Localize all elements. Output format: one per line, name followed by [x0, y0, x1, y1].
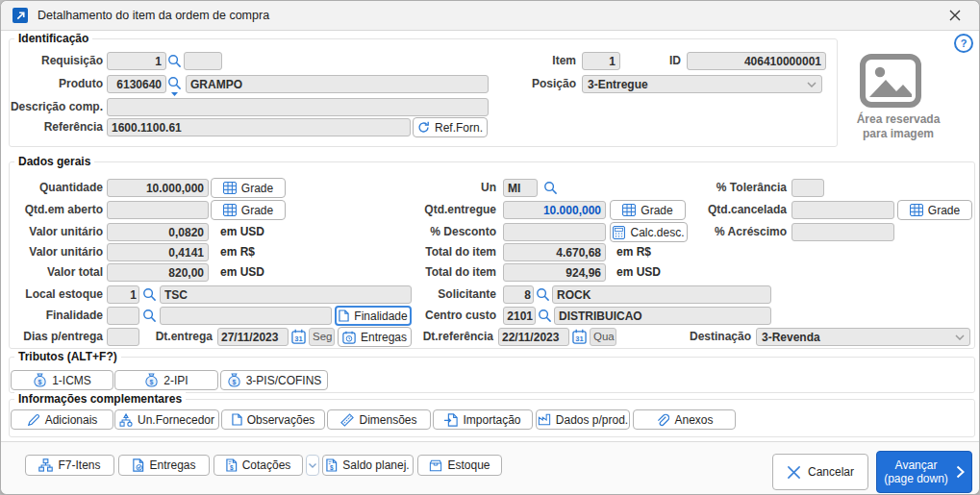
qtd-aberto-field[interactable] — [107, 201, 209, 219]
un-field[interactable] — [503, 179, 538, 197]
entregas-footer-button[interactable]: Entregas — [118, 455, 210, 476]
factory-icon — [538, 413, 551, 426]
document-dollar-icon: $ — [226, 458, 238, 472]
observacoes-button[interactable]: Observações — [221, 409, 325, 430]
item-label: Item — [540, 52, 576, 70]
qtd-aberto-grade-button[interactable]: Grade — [211, 200, 286, 220]
dados-prod-button[interactable]: Dados p/prod. — [536, 409, 630, 430]
importacao-button[interactable]: Importação — [433, 409, 533, 430]
close-icon[interactable] — [948, 9, 962, 22]
svg-text:$: $ — [232, 379, 236, 386]
tolerancia-label: % Tolerância — [676, 179, 787, 197]
qtd-entregue-grade-button[interactable]: Grade — [610, 200, 686, 220]
centro-custo-desc-field[interactable] — [554, 307, 771, 325]
finalidade-code-field[interactable] — [107, 307, 139, 325]
dt-entrega-field[interactable] — [217, 328, 289, 346]
chevron-down-icon — [955, 334, 965, 340]
grade-icon — [622, 204, 636, 216]
centro-custo-search-icon[interactable] — [538, 309, 552, 323]
local-estoque-code-field[interactable] — [107, 285, 139, 304]
valor-unit-brl-field[interactable] — [107, 243, 209, 261]
produto-desc-field[interactable] — [186, 75, 489, 93]
valor-total-label: Valor total — [3, 263, 103, 282]
svg-text:$: $ — [38, 379, 42, 386]
qtd-cancelada-grade-button[interactable]: Grade — [897, 200, 972, 220]
produto-search-caret-icon[interactable] — [171, 92, 178, 96]
posicao-label: Posição — [520, 75, 576, 93]
chevron-down-icon — [807, 82, 817, 87]
un-search-icon[interactable] — [543, 181, 558, 195]
destinacao-select[interactable]: 3-Revenda — [756, 328, 970, 346]
svg-text:31: 31 — [294, 334, 302, 343]
valor-unit-usd-label: Valor unitário — [3, 223, 103, 241]
advance-button[interactable]: Avançar (page down) — [876, 451, 972, 493]
posicao-select[interactable]: 3-Entregue — [582, 75, 822, 93]
un-fornecedor-button[interactable]: Un.Fornecedor — [114, 409, 219, 430]
ref-forn-button[interactable]: Ref.Forn. — [413, 117, 488, 137]
requisicao-label: Requisição — [3, 52, 103, 70]
solicitante-code-field[interactable] — [503, 285, 534, 304]
refresh-icon — [417, 121, 430, 134]
tolerancia-field[interactable] — [792, 179, 824, 197]
total-usd-label: Total do item — [368, 263, 496, 282]
descricao-field[interactable] — [107, 98, 489, 116]
icms-button[interactable]: $ 1-ICMS — [11, 370, 113, 390]
requisicao-field[interactable] — [107, 52, 166, 70]
dt-referencia-calendar-icon[interactable]: 31 — [572, 329, 587, 344]
saldo-planej-button[interactable]: $ Saldo planej. — [322, 455, 414, 476]
id-field[interactable] — [687, 52, 826, 70]
requisicao-search-icon[interactable] — [167, 54, 182, 68]
cotacoes-dropdown-button[interactable] — [306, 455, 319, 476]
quantidade-grade-button[interactable]: Grade — [211, 178, 286, 198]
document-check-icon — [132, 458, 144, 472]
adicionais-button[interactable]: Adicionais — [11, 409, 113, 430]
dias-entrega-field[interactable] — [107, 328, 139, 346]
local-estoque-search-icon[interactable] — [142, 287, 157, 302]
dimensoes-button[interactable]: Dimensões — [327, 409, 431, 430]
produto-search-icon[interactable] — [167, 76, 182, 90]
total-usd-field[interactable] — [503, 263, 606, 282]
valor-total-field[interactable] — [107, 263, 209, 282]
pis-cofins-button[interactable]: $ 3-PIS/COFINS — [220, 370, 328, 390]
requisicao-extra-field[interactable] — [184, 52, 222, 70]
cotacoes-button[interactable]: $ Cotações — [214, 455, 303, 476]
solicitante-desc-field[interactable] — [552, 285, 771, 304]
qtd-cancelada-field[interactable] — [792, 201, 894, 219]
estoque-button[interactable]: Estoque — [417, 455, 502, 476]
finalidade-search-icon[interactable] — [142, 309, 157, 323]
item-field[interactable] — [582, 52, 620, 70]
ipi-button[interactable]: $ 2-IPI — [114, 370, 218, 390]
sitemap-icon — [38, 458, 53, 472]
produto-code-field[interactable] — [107, 75, 166, 93]
dt-entrega-label: Dt.entrega — [145, 328, 213, 346]
quantidade-field[interactable] — [107, 179, 209, 197]
total-brl-field[interactable] — [503, 243, 606, 261]
qtd-cancelada-label: Qtd.cancelada — [676, 201, 787, 219]
dados-gerais-legend: Dados gerais — [14, 155, 94, 168]
anexos-button[interactable]: Anexos — [633, 409, 736, 430]
org-shapes-icon — [119, 413, 133, 427]
image-area-text-line2: para imagem — [826, 127, 970, 140]
solicitante-search-icon[interactable] — [536, 287, 550, 302]
qtd-entregue-field[interactable] — [503, 201, 606, 219]
acrescimo-field[interactable] — [792, 223, 894, 241]
valor-unit-brl-label: Valor unitário — [3, 243, 103, 261]
centro-custo-code-field[interactable] — [503, 307, 536, 325]
valor-total-unit: em USD — [220, 263, 264, 282]
desconto-field[interactable] — [503, 223, 606, 241]
dt-referencia-field[interactable] — [498, 328, 569, 346]
dt-entrega-calendar-icon[interactable]: 31 — [291, 329, 306, 344]
identificacao-legend: Identificação — [14, 32, 92, 45]
finalidade-desc-field[interactable] — [160, 307, 332, 325]
f7-itens-button[interactable]: F7-Itens — [25, 455, 114, 476]
help-icon[interactable]: ? — [954, 34, 973, 53]
referencia-field[interactable] — [107, 118, 411, 136]
chevron-right-icon — [956, 465, 965, 479]
cancel-button[interactable]: Cancelar — [772, 454, 868, 490]
dt-entrega-weekday-badge: Seg — [309, 328, 335, 346]
valor-unit-usd-unit: em USD — [220, 223, 264, 241]
dias-entrega-label: Dias p/entrega — [3, 328, 103, 346]
pencil-icon — [27, 413, 40, 427]
valor-unit-usd-field[interactable] — [107, 223, 209, 241]
image-placeholder-icon — [860, 54, 921, 108]
